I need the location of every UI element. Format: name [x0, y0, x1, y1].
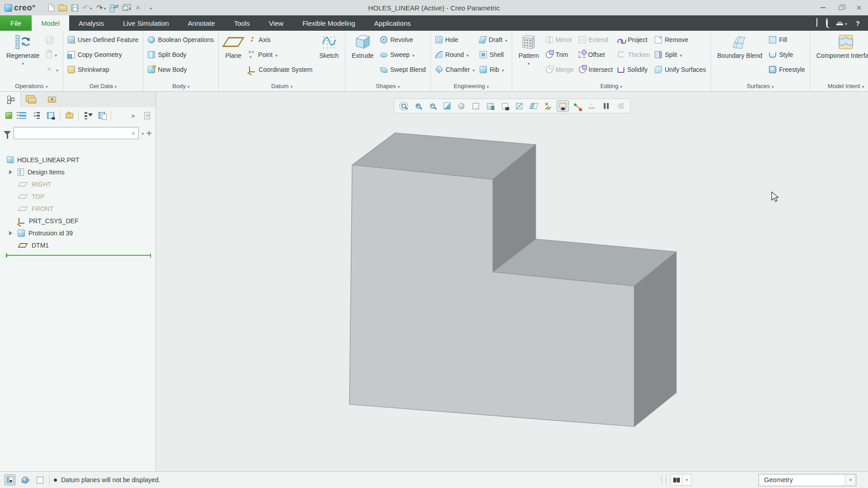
draft-button[interactable]: Draft: [478, 32, 509, 47]
toggle-navigator-button[interactable]: [5, 474, 15, 485]
full-screen-button[interactable]: [34, 474, 45, 485]
tab-view[interactable]: View: [259, 15, 293, 31]
tab-live-simulation[interactable]: Live Simulation: [113, 15, 179, 31]
hole-button[interactable]: Hole: [434, 32, 476, 47]
delete-button[interactable]: [45, 62, 60, 77]
expand-arrow-icon[interactable]: [9, 231, 12, 235]
intersect-button[interactable]: Intersect: [577, 62, 614, 77]
expand-arrow-icon[interactable]: [9, 170, 12, 174]
chamfer-dropdown-caret[interactable]: [473, 66, 475, 73]
pattern-button[interactable]: Pattern: [515, 32, 542, 80]
tree-item-design-items[interactable]: Design Items: [0, 166, 156, 178]
minimize-button[interactable]: [814, 0, 832, 15]
point-dropdown-caret[interactable]: [275, 51, 278, 58]
new-file-button[interactable]: [48, 4, 54, 11]
close-button[interactable]: ×: [850, 0, 868, 15]
point-button[interactable]: Point: [247, 47, 314, 62]
show-button[interactable]: [4, 110, 14, 121]
group-label-body[interactable]: Body: [143, 83, 218, 89]
plane-button[interactable]: Plane: [222, 32, 245, 80]
find-button[interactable]: [670, 474, 691, 486]
sweep-button[interactable]: Sweep: [379, 47, 427, 62]
merge-button[interactable]: Merge: [544, 62, 575, 77]
round-dropdown-caret[interactable]: [467, 51, 469, 58]
add-filter-button[interactable]: +: [146, 128, 152, 138]
revolve-button[interactable]: Revolve: [379, 32, 427, 47]
tab-analysis[interactable]: Analysis: [69, 15, 113, 31]
model-viewport[interactable]: [156, 92, 868, 471]
unify-surfaces-button[interactable]: Unify Surfaces: [653, 62, 707, 77]
extrude-button[interactable]: Extrude: [349, 32, 377, 80]
component-interface-button[interactable]: Component Interface: [813, 32, 868, 80]
pause-button[interactable]: [600, 100, 612, 112]
datum-display-button[interactable]: [542, 100, 554, 112]
redo-dropdown-caret[interactable]: [104, 4, 106, 12]
shading-options-button[interactable]: [455, 100, 467, 112]
selection-filter-dropdown[interactable]: Geometry: [759, 474, 856, 486]
rib-dropdown-caret[interactable]: [502, 66, 504, 73]
paste-button[interactable]: [45, 47, 60, 62]
style-button[interactable]: Style: [768, 47, 807, 62]
tab-model-tree[interactable]: [0, 92, 21, 107]
regenerate-dropdown-caret[interactable]: [22, 59, 24, 66]
mirror-button[interactable]: Mirror: [544, 32, 575, 47]
fill-button[interactable]: Fill: [768, 32, 807, 47]
group-label-shapes[interactable]: Shapes: [345, 83, 430, 89]
group-label-model-intent[interactable]: Model Intent: [810, 83, 868, 89]
split-dropdown-caret[interactable]: [680, 51, 682, 58]
graphics-area[interactable]: + −: [156, 92, 868, 471]
tab-favorites[interactable]: [42, 92, 62, 107]
selection-filter-caret[interactable]: [845, 474, 856, 486]
resume-button[interactable]: [614, 100, 627, 112]
boundary-blend-button[interactable]: Boundary Blend: [714, 32, 766, 80]
find-dropdown-caret[interactable]: [683, 474, 691, 485]
shrinkwrap-button[interactable]: Shrinkwrap: [66, 62, 140, 77]
tree-item-part[interactable]: HOLES_LINEAR.PRT: [0, 154, 156, 166]
tree-columns-button[interactable]: [46, 110, 56, 121]
freestyle-button[interactable]: Freestyle: [768, 62, 807, 77]
group-label-get-data[interactable]: Get Data: [63, 83, 143, 89]
round-button[interactable]: Round: [434, 47, 476, 62]
tab-annotate[interactable]: Annotate: [179, 15, 225, 31]
remove-button[interactable]: Remove: [653, 32, 707, 47]
tree-filter-button[interactable]: [83, 110, 93, 121]
user-defined-feature-button[interactable]: User-Defined Feature: [66, 32, 140, 47]
solidify-button[interactable]: Solidify: [616, 62, 651, 77]
copy-geometry-button[interactable]: Copy Geometry: [66, 47, 140, 62]
close-window-button[interactable]: ×: [136, 4, 141, 12]
save-button[interactable]: [71, 5, 78, 11]
new-folder-button[interactable]: [64, 110, 74, 121]
sweep-dropdown-caret[interactable]: [412, 51, 415, 58]
minimize-ribbon-button[interactable]: [816, 19, 817, 27]
tree-item-protrusion[interactable]: Protrusion id 39: [0, 227, 156, 239]
draft-dropdown-caret[interactable]: [505, 36, 507, 43]
group-label-datum[interactable]: Datum: [219, 83, 345, 89]
thicken-button[interactable]: Thicken: [616, 47, 651, 62]
tab-model[interactable]: Model: [32, 15, 69, 31]
annotation-display-button[interactable]: [557, 100, 569, 112]
tree-item-front-plane[interactable]: FRONT: [0, 202, 156, 215]
tree-item-csys[interactable]: PRT_CSYS_DEF: [0, 215, 156, 227]
undo-dropdown-caret[interactable]: [90, 4, 92, 12]
collapse-all-button[interactable]: [32, 110, 42, 121]
shell-button[interactable]: Shell: [478, 47, 509, 62]
split-button[interactable]: Split: [653, 47, 707, 62]
switch-windows-button[interactable]: [122, 4, 131, 12]
tab-applications[interactable]: Applications: [365, 15, 420, 31]
clear-filter-icon[interactable]: ×: [131, 129, 135, 137]
undo-button[interactable]: ↶: [83, 4, 92, 12]
offset-button[interactable]: Offset: [577, 47, 614, 62]
insert-here-indicator[interactable]: [6, 255, 151, 256]
regenerate-button[interactable]: Regenerate: [3, 32, 42, 80]
view-capture-button[interactable]: [499, 100, 511, 112]
tab-tools[interactable]: Tools: [225, 15, 259, 31]
regenerate-quick-button[interactable]: [110, 4, 118, 11]
search-button[interactable]: [826, 19, 828, 27]
refit-button[interactable]: [441, 100, 453, 112]
chamfer-button[interactable]: Chamfer: [434, 62, 476, 77]
help-button[interactable]: ?: [856, 19, 860, 27]
tree-settings-button[interactable]: [97, 110, 107, 121]
restore-button[interactable]: [832, 0, 850, 15]
tree-options-button[interactable]: [142, 110, 152, 121]
tab-folder-browser[interactable]: [21, 92, 42, 107]
